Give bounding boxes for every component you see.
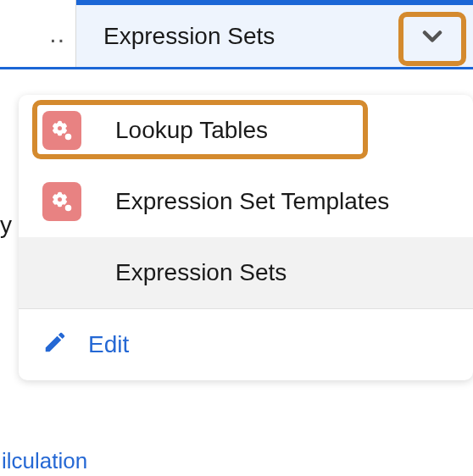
bottom-cut-text: ilculation bbox=[2, 448, 87, 474]
menu-edit-action[interactable]: Edit bbox=[19, 309, 473, 380]
menu-item-label: Expression Sets bbox=[115, 259, 287, 286]
svg-point-1 bbox=[65, 205, 72, 212]
gears-icon bbox=[42, 182, 81, 221]
tab-expression-sets[interactable]: Expression Sets bbox=[76, 0, 473, 67]
menu-item-label: Lookup Tables bbox=[115, 117, 268, 144]
tab-truncated-left: .. bbox=[0, 0, 76, 67]
tab-bar: .. Expression Sets bbox=[0, 0, 473, 69]
tab-dropdown-panel: Lookup Tables Expression Set Templates E… bbox=[19, 95, 473, 380]
tab-dropdown-toggle[interactable] bbox=[398, 12, 466, 66]
chevron-down-icon bbox=[417, 21, 448, 58]
menu-item-expression-sets[interactable]: Expression Sets bbox=[19, 237, 473, 308]
menu-item-label: Expression Set Templates bbox=[115, 188, 389, 215]
gears-icon bbox=[42, 111, 81, 150]
tab-label: Expression Sets bbox=[103, 23, 275, 50]
background-cut-text: y bbox=[0, 212, 12, 239]
pencil-icon bbox=[42, 329, 68, 361]
edit-label: Edit bbox=[88, 331, 129, 358]
svg-point-0 bbox=[65, 134, 72, 141]
menu-item-lookup-tables[interactable]: Lookup Tables bbox=[19, 95, 473, 166]
menu-item-expression-set-templates[interactable]: Expression Set Templates bbox=[19, 166, 473, 237]
truncated-indicator: .. bbox=[49, 19, 65, 48]
